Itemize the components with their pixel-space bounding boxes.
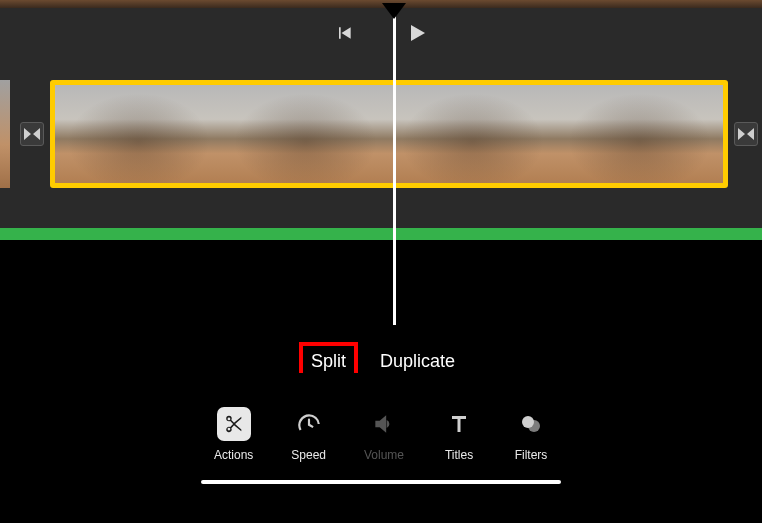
bottom-toolbar: Actions Speed Volume Titles [0, 373, 762, 523]
clip-thumb [222, 85, 389, 183]
skip-back-button[interactable] [334, 23, 354, 47]
tool-speed[interactable]: Speed [291, 407, 326, 462]
tool-actions[interactable]: Actions [214, 407, 253, 462]
tool-label: Volume [364, 448, 404, 462]
clip-thumb [556, 85, 723, 183]
scissors-icon [217, 407, 251, 441]
tool-label: Actions [214, 448, 253, 462]
speaker-icon [367, 407, 401, 441]
tool-label: Titles [445, 448, 473, 462]
clip-thumb [55, 85, 222, 183]
tool-row: Actions Speed Volume Titles [214, 407, 548, 462]
tool-filters[interactable]: Filters [514, 407, 548, 462]
tool-volume: Volume [364, 407, 404, 462]
text-icon [442, 407, 476, 441]
transition-marker-right[interactable] [734, 122, 758, 146]
spacer [0, 240, 762, 340]
playhead[interactable] [393, 15, 396, 325]
imovie-timeline-editor: Split Duplicate Actions Speed Volum [0, 0, 762, 523]
tool-label: Filters [515, 448, 548, 462]
gauge-icon [292, 407, 326, 441]
transition-marker-left[interactable] [20, 122, 44, 146]
tool-label: Speed [291, 448, 326, 462]
clip-thumbnails [55, 85, 723, 183]
playhead-caret-icon [382, 3, 406, 19]
play-button[interactable] [404, 21, 428, 49]
filters-icon [514, 407, 548, 441]
previous-clip-edge[interactable] [0, 80, 10, 188]
home-indicator [201, 480, 561, 484]
selected-video-clip[interactable] [50, 80, 728, 188]
clip-thumb [389, 85, 556, 183]
playback-controls [0, 20, 762, 50]
tool-titles[interactable]: Titles [442, 407, 476, 462]
preview-strip [0, 0, 762, 8]
duplicate-button[interactable]: Duplicate [372, 346, 463, 377]
svg-point-1 [528, 420, 540, 432]
clip-action-row: Split Duplicate [0, 340, 762, 376]
